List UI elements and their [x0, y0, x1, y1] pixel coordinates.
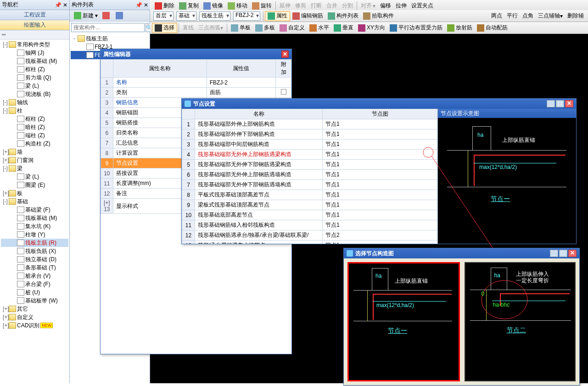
- tb-align[interactable]: 对齐▾: [358, 1, 378, 11]
- r-threeaux[interactable]: 三点辅轴▾: [536, 11, 565, 21]
- node-row-9[interactable]: 9梁板式筏形基础顶部高差节点节点1: [182, 200, 437, 210]
- inst-combo[interactable]: FBZJ-2: [233, 11, 260, 21]
- node-row-4[interactable]: 4筏形基础端部无外伸上部钢筋遇梁构造节点1: [182, 150, 437, 160]
- tb-move[interactable]: 移动: [225, 1, 250, 11]
- expand-icon[interactable]: ▫▫: [2, 31, 6, 38]
- search-input[interactable]: [71, 23, 145, 32]
- prop-row-1[interactable]: 1名称FBZJ-2: [101, 78, 291, 88]
- sel-close-button[interactable]: ✕: [568, 250, 577, 257]
- tb-trim[interactable]: 修剪: [293, 1, 308, 11]
- nav-item-4[interactable]: 剪力墙 (Q): [1, 73, 68, 82]
- node-row-10[interactable]: 10筏形基础底部高差节点节点1: [182, 210, 437, 220]
- nav-item-21[interactable]: 筏板基础 (M): [1, 214, 68, 222]
- btn-arc[interactable]: 三点画弧▾: [196, 23, 225, 33]
- btn-property[interactable]: 属性: [265, 11, 290, 21]
- tb-mirror[interactable]: 镜像: [201, 1, 225, 11]
- tb-merge[interactable]: 合并: [324, 1, 340, 11]
- nav-item-10[interactable]: 暗柱 (Z): [1, 123, 68, 131]
- node-row-7[interactable]: 7筏形基础端部无外伸下部钢筋遇墙构造节点1: [182, 180, 437, 190]
- m-multi[interactable]: 多板: [253, 23, 277, 33]
- nav-item-25[interactable]: 筏板负筋 (X): [1, 247, 68, 255]
- tb-delete[interactable]: 删除: [152, 1, 177, 11]
- node-option-1[interactable]: ha 上部纵筋直锚 max(12*d,ha/2) 节点一: [347, 262, 460, 381]
- nav-item-6[interactable]: 现浇板 (B): [1, 90, 68, 98]
- r-parallel[interactable]: 平行: [504, 11, 520, 21]
- r-twopoint[interactable]: 两点: [489, 11, 504, 21]
- node-row-8[interactable]: 8平板式筏形基础顶部高差节点节点1: [182, 190, 437, 200]
- node-max-button[interactable]: □: [556, 100, 564, 107]
- prop-row-2[interactable]: 2类别面筋: [101, 88, 291, 98]
- m-auto[interactable]: 自动配筋: [475, 23, 510, 33]
- tb-break[interactable]: 打断: [308, 1, 324, 11]
- nav-btn-proj[interactable]: 工程设置: [0, 10, 69, 20]
- nav-item-24[interactable]: 筏板主筋 (R): [1, 239, 68, 247]
- node-row-6[interactable]: 6筏形基础端部无外伸上部钢筋遇墙构造节点1: [182, 170, 437, 180]
- btn-complist[interactable]: 构件列表: [325, 11, 361, 21]
- nav-item-14[interactable]: [+]门窗洞: [1, 156, 68, 164]
- node-option-2[interactable]: ha 0 上部纵筋伸入 一定长度弯折 ha-bhc 节点二: [465, 262, 576, 381]
- tb-copy[interactable]: 复制: [177, 1, 201, 11]
- nav-item-29[interactable]: 承台梁 (F): [1, 280, 68, 288]
- m-xy[interactable]: XY方向: [356, 23, 387, 33]
- tb-split[interactable]: 分割: [340, 1, 355, 11]
- clist-pin-icon[interactable]: 📌 ✕: [135, 2, 148, 8]
- nav-item-28[interactable]: 桩承台 (V): [1, 272, 68, 280]
- nav-item-1[interactable]: 轴网 (J): [1, 49, 68, 57]
- r-pointang[interactable]: 点角: [520, 11, 536, 21]
- clist-btn3[interactable]: [113, 11, 127, 21]
- node-min-button[interactable]: _: [547, 100, 555, 107]
- nav-item-34[interactable]: [+]CAD识别NEW: [1, 321, 68, 330]
- m-horz[interactable]: 水平: [307, 23, 331, 33]
- node-row-5[interactable]: 5筏形基础端部无外伸下部钢筋遇梁构造节点1: [182, 160, 437, 170]
- r-delaux[interactable]: 删除辅: [565, 11, 586, 21]
- nav-item-32[interactable]: [+]其它: [1, 305, 68, 313]
- tb-rotate[interactable]: 旋转: [250, 1, 274, 11]
- node-table-container[interactable]: 名称节点图 1筏形基础端部外伸上部钢筋构造节点12筏形基础端部外伸下部钢筋构造节…: [182, 109, 437, 244]
- nav-item-11[interactable]: 端柱 (Z): [1, 131, 68, 140]
- nav-item-12[interactable]: 构造柱 (Z): [1, 140, 68, 148]
- nav-item-3[interactable]: 框柱 (Z): [1, 65, 68, 73]
- nav-item-7[interactable]: [-]轴线: [1, 98, 68, 106]
- node-row-12[interactable]: 12筏形基础钢筋遇承台/独基/承台梁/基础联系梁/节点2: [182, 230, 437, 241]
- new-component-button[interactable]: 新建▾: [72, 11, 100, 21]
- nav-item-16[interactable]: 梁 (L): [1, 173, 68, 181]
- m-radial[interactable]: 放射筋: [445, 23, 475, 33]
- nav-item-30[interactable]: 桩 (U): [1, 288, 68, 296]
- nav-item-2[interactable]: 筏板基础 (M): [1, 57, 68, 65]
- nav-item-8[interactable]: [-]柱: [1, 106, 68, 115]
- node-table[interactable]: 名称节点图 1筏形基础端部外伸上部钢筋构造节点12筏形基础端部外伸下部钢筋构造节…: [182, 109, 437, 244]
- nav-item-15[interactable]: [-]梁: [1, 164, 68, 173]
- m-paredge[interactable]: 平行边布置受力筋: [387, 23, 445, 33]
- clist-btn2[interactable]: [100, 11, 113, 21]
- btn-line[interactable]: 直线: [180, 23, 196, 33]
- nav-item-33[interactable]: [+]自定义: [1, 313, 68, 321]
- nav-item-20[interactable]: 基础梁 (F): [1, 206, 68, 214]
- nav-item-23[interactable]: 柱墩 (Y): [1, 230, 68, 239]
- nav-item-26[interactable]: 独立基础 (D): [1, 255, 68, 263]
- node-close-button[interactable]: ✕: [565, 100, 573, 107]
- node-row-13[interactable]: 13筏形/承台基础遇集水坑节点节点1: [182, 241, 437, 244]
- m-single[interactable]: 单板: [229, 23, 253, 33]
- nav-pin-icon[interactable]: 📌 ✕: [55, 2, 67, 8]
- tb-offset[interactable]: 偏移: [378, 1, 393, 11]
- sel-dlg-title[interactable]: 选择节点构造图 _ □ ✕: [344, 248, 579, 258]
- nav-btn-draw[interactable]: 绘图输入: [0, 20, 69, 30]
- tb-stretch[interactable]: 拉伸: [393, 1, 409, 11]
- cat-combo[interactable]: 基础: [176, 11, 196, 21]
- sel-min-button[interactable]: _: [550, 250, 558, 257]
- nav-item-19[interactable]: [-]基础: [1, 197, 68, 206]
- m-custom[interactable]: 自定义: [277, 23, 307, 33]
- btn-select[interactable]: 选择: [152, 23, 177, 33]
- nav-item-31[interactable]: 基础板带 (W): [1, 296, 68, 305]
- node-row-11[interactable]: 11筏形基础钢筋锚入相邻筏板构造节点1: [182, 220, 437, 230]
- ctree-root[interactable]: -筏板主筋: [71, 34, 149, 43]
- floor-combo[interactable]: 首层: [153, 11, 174, 21]
- prop-close-button[interactable]: ✕: [281, 50, 289, 58]
- tb-extend[interactable]: 延伸: [277, 1, 293, 11]
- nav-item-5[interactable]: 梁 (L): [1, 82, 68, 90]
- sel-max-button[interactable]: □: [559, 250, 567, 257]
- tb-gripset[interactable]: 设置夹点: [409, 1, 436, 11]
- nav-tree[interactable]: [-]常用构件类型轴网 (J)筏板基础 (M)框柱 (Z)剪力墙 (Q)梁 (L…: [0, 39, 69, 383]
- node-row-2[interactable]: 2筏形基础端部外伸下部钢筋构造节点1: [182, 129, 437, 140]
- nav-item-17[interactable]: 圈梁 (E): [1, 181, 68, 189]
